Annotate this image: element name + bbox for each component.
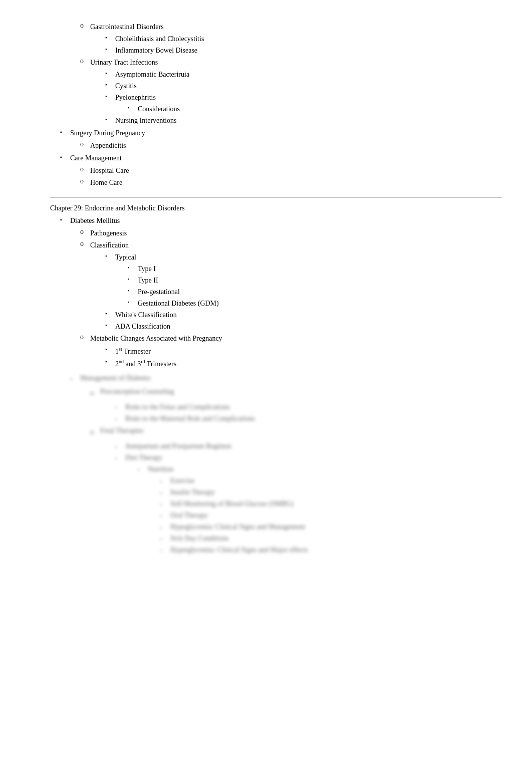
item-text: Risks to the Fetus and Complications — [125, 402, 502, 412]
item-text: Hypoglycemia: Clinical Signs and Managem… — [170, 522, 502, 532]
item-text: Pre-gestational — [138, 287, 502, 297]
list-item: ▪ Antepartum and Postpartum Regimen — [60, 441, 502, 451]
item-text: Fetal Therapies — [100, 425, 502, 436]
list-item: ▪ Management of Diabetes — [60, 373, 502, 384]
section-divider — [50, 197, 502, 197]
bullet-icon: ▪ — [60, 217, 66, 222]
list-item: o Home Care — [50, 177, 502, 188]
bullet-icon: ▪ — [115, 403, 121, 412]
bullet-icon: ▪ — [60, 129, 66, 135]
item-text: Asymptomatic Bacteriruia — [115, 69, 502, 80]
list-item: ▪ White's Classification — [50, 310, 502, 320]
list-item: ▪ Pyelonephritis — [50, 92, 502, 103]
list-item: ▪ Self-Monitoring of Blood Glucose (SMBG… — [60, 498, 502, 509]
list-item: ▪ 2nd and 3rd Trimesters — [50, 358, 502, 369]
list-item: ▪ Risks to the Maternal Role and Complic… — [60, 413, 502, 424]
bullet-icon: ▪ — [115, 415, 121, 424]
list-item: ▪ Gestational Diabetes (GDM) — [50, 298, 502, 309]
bullet-icon: ▪ — [105, 71, 111, 76]
list-item: ▪ Sick Day Conditions — [60, 533, 502, 544]
list-item: ▪ 1st Trimester — [50, 345, 502, 357]
item-text: Inflammatory Bowel Disease — [115, 45, 502, 56]
bullet-icon: ▪ — [128, 105, 134, 110]
list-item: ▪ Exercise — [60, 475, 502, 486]
list-item: ▪ Inflammatory Bowel Disease — [50, 45, 502, 56]
list-item: ▪ Cystitis — [50, 81, 502, 91]
list-item: ▪ Risks to the Fetus and Complications — [60, 402, 502, 412]
item-text: Hyperglycemia: Clinical Signs and Major … — [170, 545, 502, 555]
bullet-icon: ▪ — [160, 488, 166, 497]
item-text: Pathogenesis — [90, 228, 502, 238]
bullet-icon: ▪ — [160, 523, 166, 532]
outline-container: o Gastrointestinal Disorders ▪ Cholelith… — [50, 22, 502, 555]
list-item: o Gastrointestinal Disorders — [50, 22, 502, 32]
list-item: ▪ Considerations — [50, 104, 502, 114]
bullet-icon: o — [90, 386, 96, 400]
bullet-icon: ▪ — [105, 253, 111, 258]
list-item: o Appendicitis — [50, 140, 502, 151]
list-item: ▪ Type I — [50, 264, 502, 274]
list-item: ▪ Hypoglycemia: Clinical Signs and Manag… — [60, 522, 502, 532]
bullet-icon: ▪ — [160, 477, 166, 486]
item-text: Sick Day Conditions — [170, 533, 502, 544]
item-text: Metabolic Changes Associated with Pregna… — [90, 333, 502, 344]
item-text: Diet Therapy — [125, 452, 502, 463]
item-text: Surgery During Pregnancy — [70, 128, 502, 138]
bullet-icon: ▪ — [105, 323, 111, 328]
item-text: ADA Classification — [115, 321, 502, 332]
item-text: Management of Diabetes — [80, 373, 502, 383]
list-item: ▪ Cholelithiasis and Cholecystitis — [50, 34, 502, 44]
bullet-icon: ▪ — [128, 265, 134, 270]
item-text: 1st Trimester — [115, 345, 502, 357]
list-item: ▪ Diet Therapy — [60, 452, 502, 463]
list-item: o Preconception Counseling — [60, 386, 502, 400]
bullet-icon: ▪ — [138, 465, 144, 474]
list-item: o Pathogenesis — [50, 228, 502, 238]
bullet-icon: ▪ — [105, 311, 111, 316]
item-text: White's Classification — [115, 310, 502, 320]
item-text: Nutrition — [148, 464, 502, 474]
item-text: Diabetes Mellitus — [70, 215, 502, 226]
bullet-icon: ▪ — [128, 277, 134, 282]
bullet-icon: o — [80, 165, 86, 173]
bullet-icon: ▪ — [105, 47, 111, 52]
bullet-icon: ▪ — [115, 442, 121, 451]
list-item: ▪ Nutrition — [60, 464, 502, 474]
list-item: ▪ Nursing Interventions — [50, 115, 502, 126]
item-text: Risks to the Maternal Role and Complicat… — [125, 413, 502, 424]
bullet-icon: o — [80, 57, 86, 65]
bullet-icon: o — [80, 228, 86, 236]
blurred-content: ▪ Management of Diabetes o Preconception… — [50, 373, 502, 555]
item-text: Care Management — [70, 153, 502, 163]
bullet-icon: ▪ — [105, 347, 111, 352]
bullet-icon: ▪ — [128, 288, 134, 293]
bullet-icon: ▪ — [160, 500, 166, 509]
list-item: o Classification — [50, 240, 502, 250]
bullet-icon: ▪ — [105, 117, 111, 122]
bullet-icon: o — [80, 240, 86, 248]
item-text: Type I — [138, 264, 502, 274]
item-text: Typical — [115, 252, 502, 263]
item-text: Cholelithiasis and Cholecystitis — [115, 34, 502, 44]
bullet-icon: ▪ — [105, 94, 111, 99]
item-text: Home Care — [90, 177, 502, 188]
item-text: Gestational Diabetes (GDM) — [138, 298, 502, 309]
list-item: ▪ Insulin Therapy — [60, 487, 502, 497]
list-item: ▪ Care Management — [50, 153, 502, 163]
bullet-icon: ▪ — [105, 82, 111, 87]
list-item: ▪ Surgery During Pregnancy — [50, 128, 502, 138]
bullet-icon: ▪ — [105, 359, 111, 364]
item-text: Considerations — [138, 104, 502, 114]
item-text: Antepartum and Postpartum Regimen — [125, 441, 502, 451]
list-item: ▪ Oral Therapy — [60, 510, 502, 520]
item-text: Oral Therapy — [170, 510, 502, 520]
item-text: Gastrointestinal Disorders — [90, 22, 502, 32]
list-item: ▪ Diabetes Mellitus — [50, 215, 502, 226]
bullet-icon: o — [80, 177, 86, 185]
section-1: o Gastrointestinal Disorders ▪ Cholelith… — [50, 22, 502, 188]
chapter-title: Chapter 29: Endocrine and Metabolic Diso… — [50, 204, 502, 212]
list-item: ▪ ADA Classification — [50, 321, 502, 332]
bullet-icon: ▪ — [160, 546, 166, 555]
bullet-icon: ▪ — [115, 454, 121, 463]
bullet-icon: ▪ — [160, 535, 166, 544]
